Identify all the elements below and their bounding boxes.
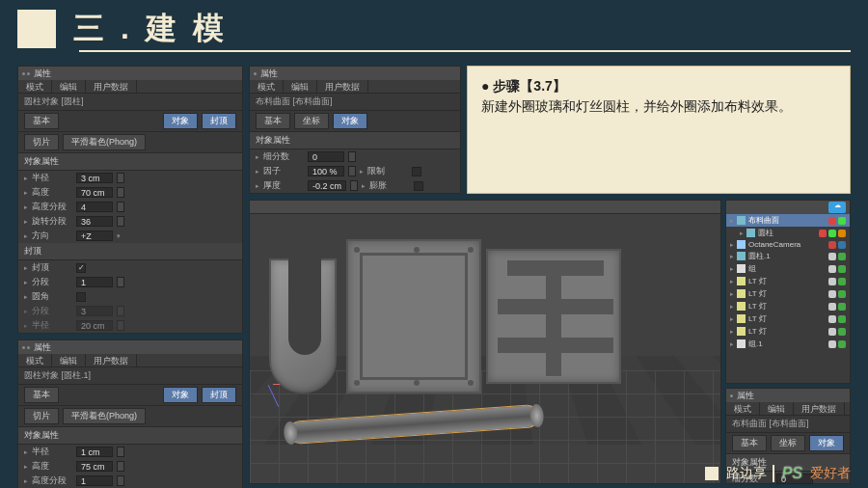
tab-userdata[interactable]: 用户数据 [86,80,137,93]
3d-viewport[interactable] [249,200,721,484]
height-input[interactable]: 70 cm [76,187,113,198]
row-factor: ▸因子100 %▸限制 [250,164,460,178]
spinner-icon[interactable] [117,187,124,198]
row-height: ▸高度75 cm [18,459,242,474]
tab-mode[interactable]: 模式 [250,80,284,93]
panel-menu: 模式 编辑 用户数据 [18,80,242,94]
section-object-props: 对象属性 [250,132,460,149]
outliner-item[interactable]: ▸组.1 [726,338,850,350]
outliner-item[interactable]: ▸OctaneCamera [726,239,850,250]
outliner-item[interactable]: ▸LT 灯 [726,325,850,338]
viewport-toolbar[interactable] [250,201,720,214]
cap-checkbox[interactable] [76,263,86,273]
panel-menu: 模式 编辑 用户数据 [18,354,242,367]
fillet-checkbox[interactable] [76,292,86,302]
tab-userdata[interactable]: 用户数据 [794,402,845,415]
spinner-icon[interactable] [117,202,124,212]
hseg-input[interactable]: 4 [76,202,113,212]
outliner-item[interactable]: ▸LT 灯 [726,312,850,325]
tab-mode[interactable]: 模式 [726,402,760,415]
bulge-checkbox[interactable] [414,181,423,191]
row-capseg: ▸分段1 [18,275,242,289]
thickness-input[interactable]: -0.2 cm [308,180,346,191]
panel-titlebar[interactable]: 属性 [18,67,242,80]
outliner-header[interactable]: ☁ [726,201,850,214]
outliner-item[interactable]: ▸LT 灯 [726,300,850,312]
attr-tab-row2: 切片 平滑着色(Phong) [18,132,242,153]
outliner-item[interactable]: ▸布料曲面 [726,214,850,227]
panel-titlebar[interactable]: 属性 [18,340,242,354]
chevron-down-icon[interactable]: ▾ [117,232,121,240]
hseg-input[interactable]: 1 [76,475,113,486]
tab-userdata[interactable]: 用户数据 [317,80,368,93]
spinner-icon[interactable] [350,180,358,191]
tab-slice[interactable]: 切片 [24,408,59,424]
tab-object[interactable]: 对象 [163,113,198,129]
factor-input[interactable]: 100 % [308,166,344,176]
panel-title: 属性 [34,341,51,354]
tab-object[interactable]: 对象 [333,113,367,129]
spinner-icon[interactable] [117,461,124,472]
viewport-area: ☁ ▸布料曲面▸圆柱▸OctaneCamera▸圆柱.1▸组▸LT 灯▸LT 灯… [249,200,851,484]
subdiv-input[interactable]: 0 [308,151,344,162]
tab-edit[interactable]: 编辑 [52,80,86,93]
row-filletseg: ▸分段3 [18,304,242,318]
outliner-item[interactable]: ▸组 [726,262,850,275]
row-rotseg: ▸旋转分段36 [18,214,242,229]
tab-mode[interactable]: 模式 [18,354,52,366]
radius-input[interactable]: 1 cm [76,447,113,457]
tab-edit[interactable]: 编辑 [284,80,317,93]
panel-titlebar[interactable]: 属性 [250,67,460,80]
outliner-item[interactable]: ▸圆柱 [726,227,850,239]
object-manager: ☁ ▸布料曲面▸圆柱▸OctaneCamera▸圆柱.1▸组▸LT 灯▸LT 灯… [725,200,851,384]
attr-tab-row1: 基本 对象 封顶 [18,111,242,132]
tab-edit[interactable]: 编辑 [52,354,86,366]
limit-checkbox[interactable] [412,167,421,176]
header-divider [79,50,851,52]
outliner-item[interactable]: ▸圆柱.1 [726,250,850,262]
orient-select[interactable]: +Z [76,230,113,241]
panel-titlebar[interactable]: 属性 [726,389,850,402]
tab-basic[interactable]: 基本 [732,435,767,451]
spinner-icon[interactable] [117,277,124,287]
step-instruction-box: ● 步骤【3.7】 新建外圈玻璃和灯丝圆柱，并给外圈添加布料效果。 [467,66,851,194]
radius-input[interactable]: 3 cm [76,173,113,183]
spinner-icon[interactable] [348,166,356,176]
tab-basic[interactable]: 基本 [24,387,59,403]
mesh-char-zhou [346,239,481,393]
tab-cap[interactable]: 封顶 [202,387,236,403]
spinner-icon[interactable] [117,475,124,486]
right-sidebar: ☁ ▸布料曲面▸圆柱▸OctaneCamera▸圆柱.1▸组▸LT 灯▸LT 灯… [725,200,851,484]
rotseg-input[interactable]: 36 [76,216,113,227]
tab-coord[interactable]: 坐标 [771,435,805,451]
tab-cap[interactable]: 封顶 [202,113,236,129]
tab-basic[interactable]: 基本 [24,113,59,129]
row-hseg: ▸高度分段1 [18,474,242,488]
tab-phong[interactable]: 平滑着色(Phong) [63,134,146,150]
cloud-icon[interactable]: ☁ [828,202,846,213]
capseg-input[interactable]: 1 [76,277,113,287]
tab-userdata[interactable]: 用户数据 [86,354,137,366]
tab-coord[interactable]: 坐标 [294,113,329,129]
tab-phong[interactable]: 平滑着色(Phong) [63,408,146,424]
height-input[interactable]: 75 cm [76,461,113,472]
tab-slice[interactable]: 切片 [24,134,59,150]
tab-object[interactable]: 对象 [163,387,198,403]
spinner-icon[interactable] [348,151,356,162]
tab-object[interactable]: 对象 [809,435,844,451]
row-fillet: ▸圆角 [18,289,242,304]
tab-mode[interactable]: 模式 [18,80,52,93]
panel-menu: 模式 编辑 用户数据 [250,80,460,94]
spinner-icon[interactable] [117,173,124,183]
spinner-icon[interactable] [117,447,124,457]
row-orient: ▸方向+Z▾ [18,229,242,243]
spinner-icon[interactable] [117,216,124,227]
outliner-item[interactable]: ▸LT 灯 [726,287,850,300]
tab-edit[interactable]: 编辑 [760,402,794,415]
author-name: 路边享 [726,465,774,482]
step-title: ● 步骤【3.7】 [481,76,836,96]
page-title: 三 . 建 模 [73,8,228,50]
tab-basic[interactable]: 基本 [256,113,290,129]
outliner-item[interactable]: ▸LT 灯 [726,275,850,287]
content-area: 属性 模式 编辑 用户数据 圆柱对象 [圆柱] 基本 对象 封顶 切片 平滑着色… [0,54,868,488]
